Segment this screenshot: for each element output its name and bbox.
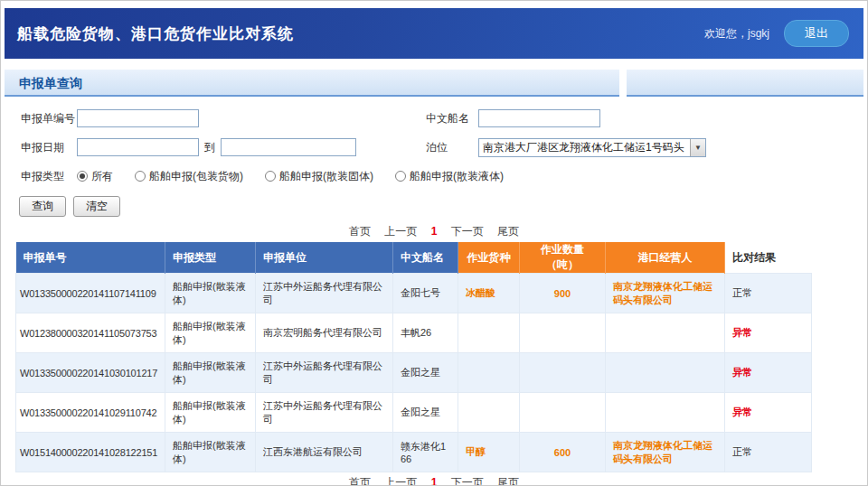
radio-label: 船舶申报(包装货物)	[149, 169, 243, 184]
cell-operator	[606, 353, 725, 393]
query-form: 申报单编号 中文船名 申报日期 到 泊位 南京港大厂港区龙翔液体化工储运1号码头…	[1, 97, 867, 187]
page-first-link[interactable]: 首页	[349, 476, 371, 486]
radio-icon[interactable]	[265, 171, 276, 182]
cell-ship: 赣东港化166	[393, 433, 458, 472]
query-section-tab: 申报单查询	[5, 70, 619, 97]
date-from-input[interactable]	[77, 138, 199, 156]
radio-option[interactable]: 船舶申报(散装液体)	[395, 169, 504, 184]
form-row-1: 申报单编号 中文船名	[21, 107, 867, 129]
radio-label: 船舶申报(散装液体)	[410, 169, 504, 184]
ship-name-label: 中文船名	[426, 111, 478, 126]
cell-result: 异常	[725, 313, 812, 353]
pagination-top: 首页 上一页 1 下一页 尾页	[1, 224, 867, 238]
cell-operator	[606, 313, 725, 353]
page-next-link[interactable]: 下一页	[451, 476, 484, 486]
cell-ship: 金阳七号	[393, 274, 458, 313]
cell-cargo: 冰醋酸	[458, 274, 520, 313]
cell-operator: 南京龙翔液体化工储运码头有限公司	[606, 274, 725, 313]
welcome-text: 欢迎您，jsgkj	[704, 26, 769, 42]
table-row: W015140000220141028122151船舶申报(散装液体)江西东港航…	[16, 433, 812, 472]
page-current: 1	[431, 476, 438, 486]
page-next-link[interactable]: 下一页	[451, 225, 484, 238]
cell-id: W013350000220141030101217	[16, 353, 165, 393]
table-row: W013350000220141029110742船舶申报(散装液体)江苏中外运…	[16, 393, 812, 433]
date-to-input[interactable]	[221, 138, 356, 156]
cell-qty	[520, 313, 606, 353]
col-header-declare-type: 申报类型	[165, 242, 256, 274]
cell-type: 船舶申报(散装液体)	[165, 313, 256, 353]
col-header-port-operator: 港口经营人	[606, 242, 725, 274]
cell-company: 江苏中外运船务代理有限公司	[256, 274, 393, 313]
radio-icon[interactable]	[395, 171, 406, 182]
cell-qty: 600	[520, 433, 606, 472]
declare-type-label: 申报类型	[21, 169, 77, 184]
cell-type: 船舶申报(散装液体)	[165, 433, 256, 472]
app-title: 船载危险货物、港口危货作业比对系统	[17, 23, 294, 44]
col-header-declare-unit: 申报单位	[256, 242, 393, 274]
page-prev-link[interactable]: 上一页	[384, 476, 417, 486]
cell-qty: 900	[520, 274, 606, 313]
radio-option[interactable]: 船舶申报(散装固体)	[265, 169, 373, 184]
cell-type: 船舶申报(散装液体)	[165, 274, 256, 313]
cell-type: 船舶申报(散装液体)	[165, 353, 256, 393]
radio-option[interactable]: 所有	[77, 169, 113, 184]
berth-select[interactable]: 南京港大厂港区龙翔液体化工储运1号码头 ▼	[478, 138, 706, 157]
col-header-compare-result: 比对结果	[725, 242, 812, 274]
cell-company: 江苏中外运船务代理有限公司	[256, 393, 393, 433]
berth-label: 泊位	[426, 140, 478, 155]
cell-operator: 南京龙翔液体化工储运码头有限公司	[606, 433, 725, 472]
cell-result: 正常	[725, 433, 812, 472]
action-buttons: 查询 清空	[19, 196, 867, 217]
app-header: 船载危险货物、港口危货作业比对系统 欢迎您，jsgkj 退出	[5, 8, 863, 59]
cell-company: 江西东港航运有限公司	[256, 433, 393, 472]
col-header-ship-name: 中文船名	[393, 242, 458, 274]
radio-label: 所有	[91, 169, 113, 184]
declaration-no-input[interactable]	[77, 109, 199, 127]
page-last-link[interactable]: 尾页	[497, 476, 519, 486]
query-button[interactable]: 查询	[19, 196, 66, 217]
form-row-1-right: 中文船名	[426, 107, 600, 129]
cell-type: 船舶申报(散装液体)	[165, 393, 256, 433]
date-label: 申报日期	[21, 140, 77, 155]
cell-id: W013350000220141029110742	[16, 393, 165, 433]
cell-company: 南京宏明船务代理有限公司	[256, 313, 393, 353]
declaration-no-label: 申报单编号	[21, 111, 77, 126]
radio-icon[interactable]	[77, 171, 88, 182]
page-prev-link[interactable]: 上一页	[384, 225, 417, 238]
page-last-link[interactable]: 尾页	[497, 225, 519, 238]
cell-result: 正常	[725, 274, 812, 313]
cell-qty	[520, 393, 606, 433]
cell-qty	[520, 353, 606, 393]
cell-cargo	[458, 393, 520, 433]
clear-button[interactable]: 清空	[73, 196, 120, 217]
logout-button[interactable]: 退出	[784, 20, 849, 47]
radio-icon[interactable]	[135, 171, 146, 182]
ship-name-input[interactable]	[478, 109, 600, 127]
cell-cargo	[458, 313, 520, 353]
cell-result: 异常	[725, 393, 812, 433]
cell-company: 江苏中外运船务代理有限公司	[256, 353, 393, 393]
table-row: W013350000220141030101217船舶申报(散装液体)江苏中外运…	[16, 353, 812, 393]
radio-label: 船舶申报(散装固体)	[279, 169, 373, 184]
section-title: 申报单查询	[5, 70, 619, 92]
cell-id: W013350000220141107141109	[16, 274, 165, 313]
col-header-cargo-type: 作业货种	[458, 242, 520, 274]
page-first-link[interactable]: 首页	[349, 225, 371, 238]
date-to-label: 到	[204, 140, 215, 155]
declare-type-radios: 所有船舶申报(包装货物)船舶申报(散装固体)船舶申报(散装液体)	[77, 169, 525, 184]
cell-ship: 金阳之星	[393, 353, 458, 393]
table-row: W012380000320141105073753船舶申报(散装液体)南京宏明船…	[16, 313, 812, 353]
cell-cargo	[458, 353, 520, 393]
cell-ship: 丰帆26	[393, 313, 458, 353]
cell-result: 异常	[725, 353, 812, 393]
page: 船载危险货物、港口危货作业比对系统 欢迎您，jsgkj 退出 申报单查询 申报单…	[0, 0, 868, 486]
results-table: 申报单号 申报类型 申报单位 中文船名 作业货种 作业数量（吨） 港口经营人 比…	[15, 242, 812, 472]
section-tab-bar: 申报单查询	[5, 70, 863, 97]
section-tab-spacer	[627, 70, 863, 97]
col-header-declaration-no: 申报单号	[16, 242, 165, 274]
page-current: 1	[431, 225, 438, 238]
radio-option[interactable]: 船舶申报(包装货物)	[135, 169, 243, 184]
berth-select-value: 南京港大厂港区龙翔液体化工储运1号码头	[479, 140, 690, 155]
table-header-row: 申报单号 申报类型 申报单位 中文船名 作业货种 作业数量（吨） 港口经营人 比…	[16, 242, 812, 274]
results-table-body: W013350000220141107141109船舶申报(散装液体)江苏中外运…	[16, 274, 812, 472]
